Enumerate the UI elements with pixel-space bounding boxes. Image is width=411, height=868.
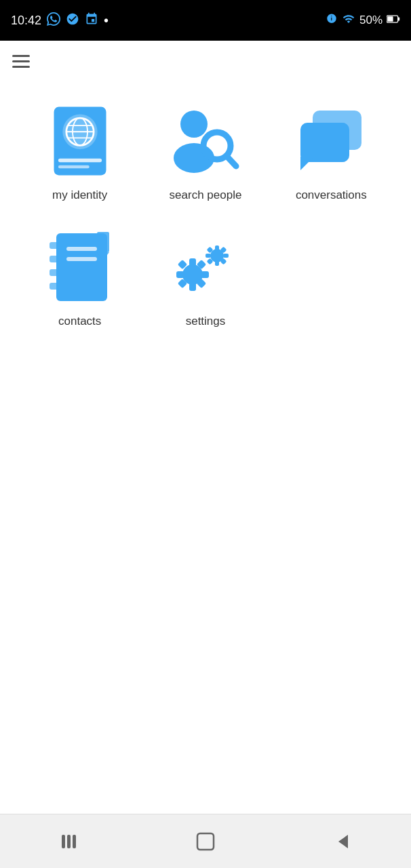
svg-rect-46 — [62, 835, 65, 848]
svg-line-15 — [227, 156, 236, 166]
wifi-icon — [66, 12, 79, 29]
back-button[interactable] — [322, 821, 363, 862]
svg-rect-2 — [387, 16, 393, 22]
svg-rect-49 — [197, 833, 214, 850]
svg-rect-32 — [223, 254, 229, 258]
contacts-icon-container — [39, 226, 121, 308]
svg-rect-40 — [176, 271, 184, 278]
signal-icon — [342, 13, 355, 28]
svg-rect-24 — [66, 247, 97, 251]
battery-icon — [387, 14, 400, 26]
nav-bar — [0, 814, 411, 868]
recents-icon — [59, 832, 78, 851]
home-button[interactable] — [185, 821, 226, 862]
conversations-button[interactable]: conversations — [272, 95, 391, 208]
contacts-book-icon — [43, 230, 117, 304]
svg-rect-21 — [50, 256, 59, 262]
time-display: 10:42 — [11, 14, 41, 28]
my-identity-label: my identity — [52, 189, 107, 202]
status-left: 10:42 • — [11, 12, 109, 29]
status-right: 50% — [326, 13, 400, 28]
contacts-label: contacts — [58, 315, 101, 328]
svg-marker-50 — [338, 835, 348, 848]
svg-rect-25 — [66, 257, 97, 261]
header — [0, 41, 411, 81]
svg-rect-1 — [398, 18, 400, 21]
back-icon — [333, 832, 352, 851]
whatsapp-icon — [47, 12, 60, 29]
svg-rect-20 — [50, 242, 59, 249]
recents-button[interactable] — [48, 821, 89, 862]
home-icon — [195, 831, 216, 852]
settings-button[interactable]: settings — [146, 221, 265, 334]
alarm-icon — [326, 13, 338, 28]
passport-icon — [43, 104, 117, 178]
svg-rect-39 — [189, 283, 196, 291]
svg-rect-17 — [300, 123, 349, 162]
svg-rect-38 — [189, 258, 196, 267]
svg-rect-23 — [50, 283, 59, 290]
menu-grid: my identity search people — [20, 95, 391, 334]
dot-indicator: • — [104, 13, 109, 28]
search-people-button[interactable]: search people — [146, 95, 265, 208]
status-bar: 10:42 • 50% — [0, 0, 411, 41]
svg-rect-47 — [67, 835, 71, 848]
contacts-button[interactable]: contacts — [20, 221, 139, 334]
svg-point-12 — [180, 111, 208, 138]
person-search-icon — [168, 104, 243, 178]
my-identity-button[interactable]: my identity — [20, 95, 139, 208]
settings-icon-container — [165, 226, 246, 308]
svg-marker-18 — [300, 157, 314, 170]
svg-rect-31 — [206, 254, 211, 258]
hamburger-line-3 — [12, 66, 30, 68]
hamburger-menu-button[interactable] — [12, 55, 30, 68]
search-people-label: search people — [170, 189, 242, 202]
chat-bubbles-icon — [294, 104, 368, 178]
main-content: my identity search people — [0, 81, 411, 814]
svg-rect-30 — [215, 260, 219, 266]
svg-rect-11 — [58, 165, 90, 169]
svg-rect-41 — [201, 271, 209, 278]
hamburger-line-1 — [12, 55, 30, 57]
calendar-icon — [85, 12, 98, 29]
conversations-icon-container — [290, 100, 372, 182]
conversations-label: conversations — [296, 189, 367, 202]
battery-text: 50% — [359, 14, 383, 27]
svg-rect-22 — [50, 269, 59, 276]
search-people-icon-container — [165, 100, 246, 182]
gears-icon — [168, 230, 243, 304]
hamburger-line-2 — [12, 60, 30, 62]
svg-rect-29 — [215, 245, 219, 251]
svg-rect-26 — [97, 232, 109, 252]
my-identity-icon-container — [39, 100, 121, 182]
svg-rect-48 — [73, 835, 76, 848]
svg-rect-10 — [58, 159, 102, 163]
settings-label: settings — [186, 315, 226, 328]
